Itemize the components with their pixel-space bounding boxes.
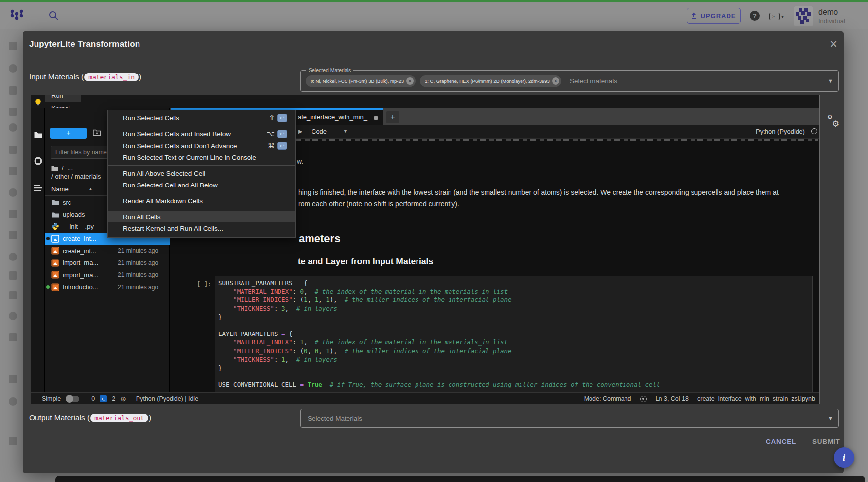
- close-icon[interactable]: ✕: [827, 38, 840, 51]
- background-sidebar-icon: [9, 333, 17, 341]
- running-kernels-icon[interactable]: [34, 156, 43, 166]
- jupyterlite-logo-icon: [35, 98, 42, 106]
- file-row[interactable]: import_ma...21 minutes ago: [45, 257, 170, 269]
- search-icon[interactable]: [48, 10, 59, 21]
- kernel-status-icon: [811, 128, 817, 134]
- run-menu-item[interactable]: Run All Cells: [108, 211, 295, 222]
- run-menu-item[interactable]: Render All Markdown Cells: [108, 195, 295, 207]
- background-sidebar-icon: [9, 437, 17, 445]
- folder-icon: [51, 211, 59, 219]
- file-modified-time: 21 minutes ago: [118, 260, 158, 266]
- background-sidebar-icon: [9, 231, 17, 239]
- output-select-label: Selected Materials: [308, 415, 362, 422]
- code-line: "MATERIAL_INDEX": 0, # the index of the …: [218, 287, 812, 296]
- input-materials-label: Input Materials (materials_in): [29, 73, 141, 81]
- chip-remove-icon[interactable]: ✕: [406, 77, 414, 85]
- cell-type-dropdown[interactable]: Code: [312, 128, 327, 135]
- kernel-name[interactable]: Python (Pyodide): [756, 128, 805, 135]
- run-menu-item-label: Run All Above Selected Cell: [123, 170, 205, 177]
- name-column-header[interactable]: Name: [51, 185, 69, 193]
- globe-icon[interactable]: ⊕: [120, 395, 126, 403]
- brand-logo-icon[interactable]: [10, 8, 24, 22]
- new-folder-icon[interactable]: [93, 129, 101, 136]
- home-folder-icon: [51, 165, 58, 171]
- file-name: import_ma...: [63, 259, 98, 266]
- run-menu-item-label: Run All Cells: [123, 213, 161, 221]
- file-row[interactable]: Introductio...21 minutes ago: [45, 281, 170, 294]
- simple-mode-toggle[interactable]: [66, 396, 79, 402]
- file-row[interactable]: create_int...21 minutes ago: [45, 245, 170, 257]
- menubar-item-run[interactable]: Run: [45, 95, 81, 102]
- code-cell-editor[interactable]: SUBSTRATE_PARAMETERS = { "MATERIAL_INDEX…: [215, 276, 813, 392]
- new-launcher-button[interactable]: +: [50, 128, 87, 139]
- material-chip[interactable]: 0: Ni, Nickel, FCC (Fm-3m) 3D (Bulk), mp…: [306, 75, 416, 87]
- kernel-status-text[interactable]: Python (Pyodide) | Idle: [136, 395, 198, 402]
- output-materials-label: Output Materials (materials_out): [29, 413, 151, 422]
- background-sidebar-icon: [9, 42, 17, 50]
- run-menu-item[interactable]: Run Selected Text or Current Line in Con…: [108, 151, 295, 163]
- file-row[interactable]: import_ma...21 minutes ago: [45, 269, 170, 281]
- notebook-icon: [51, 271, 59, 279]
- new-tab-button[interactable]: +: [386, 111, 399, 123]
- chip-remove-icon[interactable]: ✕: [552, 77, 559, 85]
- run-menu-dropdown: Run Selected Cells⇧↩Run Selected Cells a…: [107, 110, 296, 238]
- file-browser-icon[interactable]: [34, 130, 43, 140]
- upload-icon: [691, 12, 696, 19]
- cell-prompt: [ ]:: [197, 280, 211, 288]
- run-menu-item-label: Run Selected Cells and Insert Below: [123, 130, 231, 138]
- upgrade-button[interactable]: UPGRADE: [687, 8, 741, 24]
- breadcrumb-ellipsis[interactable]: …: [67, 164, 73, 172]
- mode-indicator[interactable]: Mode: Command: [584, 395, 631, 402]
- materials-out-chip: materials_out: [90, 414, 148, 422]
- modifier-key-icon: ⇧: [269, 114, 275, 122]
- user-plan: Individual: [818, 17, 845, 25]
- menu-divider: [108, 209, 295, 209]
- submit-button[interactable]: SUBMIT: [812, 438, 840, 445]
- info-fab-button[interactable]: i: [834, 447, 854, 468]
- output-label-prefix: Output Materials (: [29, 413, 90, 422]
- cancel-button[interactable]: CANCEL: [766, 438, 796, 445]
- run-menu-item[interactable]: Run All Above Selected Cell: [108, 167, 295, 179]
- code-console-icon[interactable]: ›_: [100, 395, 107, 402]
- breadcrumb[interactable]: / …: [51, 164, 73, 172]
- sort-ascending-icon: ▲: [88, 186, 93, 191]
- unsaved-dot-icon: [374, 116, 378, 120]
- code-line: "MILLER_INDICES": (0, 0, 1), # the mille…: [218, 347, 812, 355]
- run-menu-item[interactable]: Restart Kernel and Run All Cells...: [108, 222, 295, 234]
- breadcrumb-path[interactable]: / other / materials_: [51, 173, 104, 180]
- table-of-contents-icon[interactable]: [34, 184, 43, 193]
- input-label-prefix: Input Materials (: [29, 73, 84, 81]
- cell-type-caret-icon[interactable]: ▼: [343, 129, 347, 134]
- kernel-activity-dot-icon: [46, 285, 50, 289]
- dropdown-caret-icon[interactable]: ▼: [828, 78, 833, 84]
- run-menu-item-label: Run Selected Cells and Don't Advance: [123, 142, 237, 149]
- select-materials-placeholder: Select materials: [570, 77, 617, 85]
- code-line: "THICKNESS": 3, # in layers: [218, 304, 812, 313]
- screen: UPGRADE ? >_ ▾ demo Individual JupyterLi…: [0, 0, 868, 482]
- run-menu-item[interactable]: Run Selected Cells⇧↩: [108, 112, 295, 124]
- settings-gears-icon[interactable]: ⚙⚙: [826, 114, 844, 131]
- help-icon[interactable]: ?: [750, 11, 760, 21]
- clipped-text-line: [272, 139, 818, 141]
- run-menu-item[interactable]: Run Selected Cells and Don't Advance⌘↩: [108, 140, 295, 151]
- file-name: create_int...: [63, 247, 96, 255]
- output-materials-select[interactable]: Selected Materials ▼: [300, 409, 839, 428]
- console-menu-button[interactable]: >_ ▾: [769, 12, 787, 21]
- menu-shortcut: ⌥↩: [267, 130, 287, 138]
- run-menu-item[interactable]: Run Selected Cell and All Below: [108, 179, 295, 191]
- accessibility-icon[interactable]: [640, 396, 647, 402]
- run-cell-icon[interactable]: ▶: [298, 128, 302, 135]
- notebook-icon: [51, 247, 59, 255]
- folder-icon: [51, 198, 59, 206]
- run-menu-item-label: Render All Markdown Cells: [123, 197, 203, 205]
- breadcrumb-root: /: [62, 164, 64, 172]
- input-materials-select[interactable]: Selected Materials 0: Ni, Nickel, FCC (F…: [300, 70, 839, 92]
- background-bottom-panel: [55, 476, 865, 482]
- file-name: import_ma...: [63, 271, 98, 279]
- dropdown-caret-icon[interactable]: ▼: [828, 415, 833, 421]
- material-chip[interactable]: 1: C, Graphene, HEX (P6/mmm) 2D (Monolay…: [420, 75, 561, 87]
- run-menu-item[interactable]: Run Selected Cells and Insert Below⌥↩: [108, 128, 295, 140]
- simple-mode-label: Simple: [42, 395, 61, 402]
- avatar[interactable]: [794, 6, 813, 26]
- cursor-position[interactable]: Ln 3, Col 18: [656, 395, 689, 402]
